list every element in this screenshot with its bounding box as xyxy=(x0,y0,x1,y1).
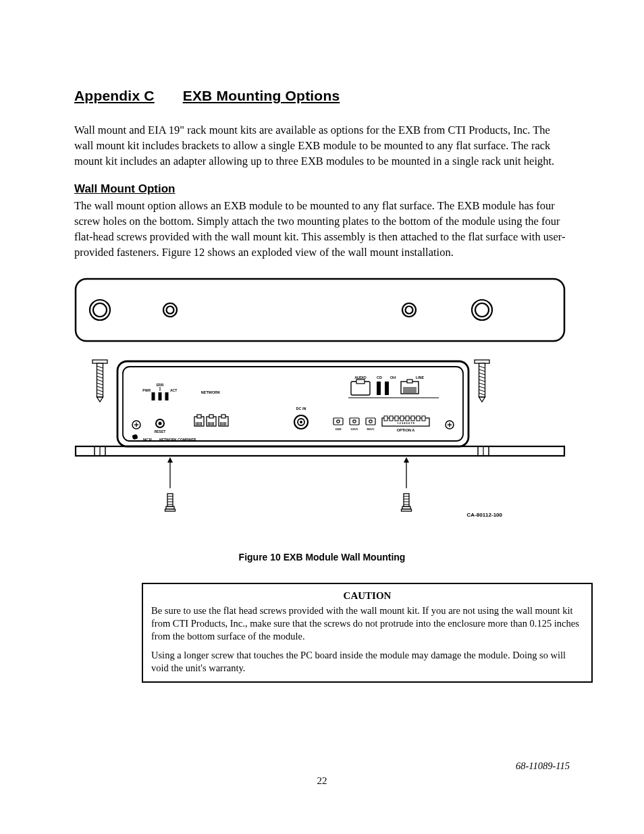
label-dip-nums: 1 2 3 4 5 6 7 8 xyxy=(397,421,414,425)
section-heading: Wall Mount Option xyxy=(74,182,570,196)
intro-paragraph: Wall mount and EIA 19" rack mount kits a… xyxy=(74,123,570,169)
svg-marker-78 xyxy=(167,457,173,463)
label-ncb-full: NETWORK COMBINER xyxy=(159,438,196,442)
label-pwr: PWR xyxy=(142,388,151,392)
figure-caption: Figure 10 EXB Module Wall Mounting xyxy=(74,552,570,563)
figure-diagram: ERR PWR ACT RESET NETWORK NCB NETWORK CO… xyxy=(70,273,570,523)
caution-p1: Be sure to use the flat head screws prov… xyxy=(151,604,583,643)
label-network: NETWORK xyxy=(201,390,220,394)
page-number: 22 xyxy=(0,775,644,787)
footer: 22 68-11089-115 xyxy=(0,775,644,787)
caution-title: CAUTION xyxy=(151,590,583,603)
svg-rect-60 xyxy=(76,446,564,456)
svg-point-71 xyxy=(159,422,162,425)
svg-rect-73 xyxy=(356,380,365,384)
appendix-title: EXB Mounting Options xyxy=(183,88,340,103)
label-ncb: NCB xyxy=(143,438,153,442)
label-dc-in: DC IN xyxy=(296,407,306,411)
svg-rect-75 xyxy=(385,382,389,395)
caution-box: CAUTION Be sure to use the flat head scr… xyxy=(142,583,593,683)
drawing-number: CA-80112-100 xyxy=(467,512,503,518)
appendix-label: Appendix C xyxy=(74,88,155,103)
label-cmd: CMD xyxy=(335,427,341,431)
label-cd: CD xyxy=(377,375,382,380)
label-oh: OH xyxy=(390,375,396,380)
label-reset: RESET xyxy=(155,429,166,434)
label-audio: AUDIO xyxy=(354,375,367,380)
svg-rect-74 xyxy=(377,382,381,395)
page: Appendix CEXB Mounting Options Wall moun… xyxy=(0,0,644,834)
label-csvc: CSVC xyxy=(350,427,358,431)
svg-rect-59 xyxy=(76,279,564,341)
label-act: ACT xyxy=(170,388,177,392)
caution-p2: Using a longer screw that touches the PC… xyxy=(151,649,583,675)
section-paragraph: The wall mount option allows an EXB modu… xyxy=(74,199,570,260)
label-option-a: OPTION A xyxy=(397,428,414,432)
label-rsvc: RSVC xyxy=(367,427,374,431)
label-err: ERR xyxy=(157,383,164,387)
document-number: 68-11089-115 xyxy=(516,760,570,772)
svg-marker-80 xyxy=(404,457,409,463)
label-line: LINE xyxy=(416,375,425,380)
appendix-heading: Appendix CEXB Mounting Options xyxy=(74,88,570,104)
